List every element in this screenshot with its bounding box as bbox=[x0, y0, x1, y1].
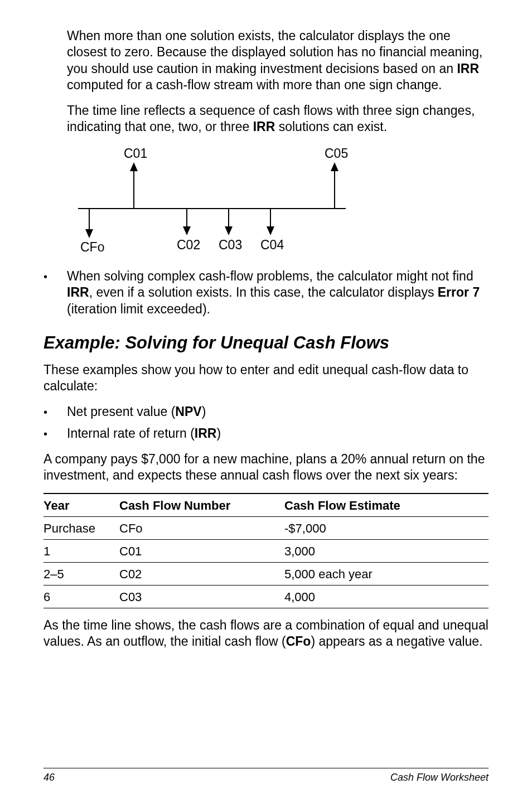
text: Net present value ( bbox=[67, 404, 175, 419]
text: ) bbox=[202, 404, 206, 419]
cell-cfn: C01 bbox=[119, 539, 284, 562]
page-footer: 46 Cash Flow Worksheet bbox=[43, 768, 489, 783]
svg-marker-10 bbox=[267, 226, 274, 235]
cell-cfn: CFo bbox=[119, 516, 284, 539]
text: ) bbox=[216, 426, 221, 441]
diagram-label-c01: C01 bbox=[124, 146, 147, 161]
table-header-year: Year bbox=[43, 493, 119, 517]
cell-cfe: -$7,000 bbox=[284, 516, 489, 539]
diagram-label-c05: C05 bbox=[325, 146, 348, 161]
bullet-npv: Net present value (NPV) bbox=[43, 404, 489, 420]
error7-bold: Error 7 bbox=[438, 285, 480, 299]
text: , even if a solution exists. In this cas… bbox=[89, 285, 438, 299]
closing-paragraph: As the time line shows, the cash flows a… bbox=[43, 617, 489, 650]
company-paragraph: A company pays $7,000 for a new machine,… bbox=[43, 451, 489, 484]
npv-bold: NPV bbox=[175, 404, 201, 419]
cell-cfe: 3,000 bbox=[284, 539, 489, 562]
text: computed for a cash-flow stream with mor… bbox=[67, 78, 442, 92]
diagram-label-c03: C03 bbox=[219, 238, 242, 252]
svg-marker-12 bbox=[331, 162, 338, 171]
table-header-cfe: Cash Flow Estimate bbox=[284, 493, 489, 517]
text: Internal rate of return ( bbox=[67, 426, 195, 441]
cashflow-timeline-diagram: CFo C01 C02 C03 C04 C05 bbox=[67, 144, 357, 258]
irr-bold: IRR bbox=[457, 61, 479, 76]
table-header-cfn: Cash Flow Number bbox=[119, 493, 284, 517]
cashflow-table: Year Cash Flow Number Cash Flow Estimate… bbox=[43, 493, 489, 608]
page-number: 46 bbox=[43, 772, 55, 783]
cell-cfe: 4,000 bbox=[284, 585, 489, 608]
irr-bold: IRR bbox=[253, 119, 275, 134]
bullet-icon bbox=[43, 425, 67, 442]
diagram-label-c04: C04 bbox=[260, 238, 284, 252]
irr-bold: IRR bbox=[195, 426, 217, 441]
cfo-bold: CFo bbox=[286, 634, 311, 649]
cell-year: 2–5 bbox=[43, 562, 119, 585]
section-heading: Example: Solving for Unequal Cash Flows bbox=[43, 333, 489, 353]
cell-year: 1 bbox=[43, 539, 119, 562]
svg-marker-8 bbox=[225, 226, 233, 235]
text: (iteration limit exceeded). bbox=[67, 302, 210, 316]
cell-year: 6 bbox=[43, 585, 119, 608]
table-row: 6 C03 4,000 bbox=[43, 585, 489, 608]
table-row: Purchase CFo -$7,000 bbox=[43, 516, 489, 539]
bullet-irr: Internal rate of return (IRR) bbox=[43, 425, 489, 442]
bullet-icon bbox=[43, 268, 67, 317]
text: When solving complex cash-flow problems,… bbox=[67, 269, 473, 283]
cell-cfn: C02 bbox=[119, 562, 284, 585]
table-row: 1 C01 3,000 bbox=[43, 539, 489, 562]
intro-paragraph: These examples show you how to enter and… bbox=[43, 362, 489, 395]
footer-title: Cash Flow Worksheet bbox=[390, 772, 489, 783]
cell-cfn: C03 bbox=[119, 585, 284, 608]
irr-bold: IRR bbox=[67, 285, 89, 299]
svg-marker-4 bbox=[130, 162, 138, 171]
text: When more than one solution exists, the … bbox=[67, 28, 482, 76]
paragraph-timeline: The time line reflects a sequence of cas… bbox=[67, 103, 489, 136]
text: solutions can exist. bbox=[275, 119, 387, 134]
cell-year: Purchase bbox=[43, 516, 119, 539]
svg-marker-2 bbox=[85, 229, 93, 238]
bullet-icon bbox=[43, 404, 67, 420]
paragraph-irr-caution: When more than one solution exists, the … bbox=[67, 28, 489, 94]
cell-cfe: 5,000 each year bbox=[284, 562, 489, 585]
svg-marker-6 bbox=[183, 226, 191, 235]
table-row: 2–5 C02 5,000 each year bbox=[43, 562, 489, 585]
bullet-complex-cashflow: When solving complex cash-flow problems,… bbox=[43, 268, 489, 317]
diagram-label-cfo: CFo bbox=[80, 240, 104, 254]
text: ) appears as a negative value. bbox=[311, 634, 482, 649]
diagram-label-c02: C02 bbox=[177, 238, 200, 252]
